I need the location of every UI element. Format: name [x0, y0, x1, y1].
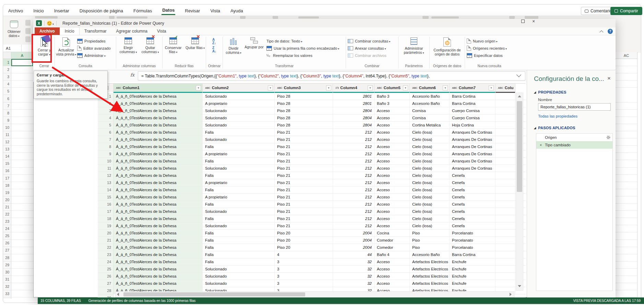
table-cell[interactable]: Artefactos Electricos: [410, 266, 450, 272]
table-cell[interactable]: 212: [333, 215, 374, 222]
applied-step-origen[interactable]: Origen: [536, 134, 612, 141]
table-cell[interactable]: Acceso: [374, 158, 410, 164]
table-cell[interactable]: Acceso: [374, 194, 410, 200]
excel-menu-tab-archivo[interactable]: Archivo: [8, 7, 24, 15]
filter-dropdown-icon[interactable]: ▾: [268, 85, 273, 90]
pq-tab-archivo[interactable]: Archivo: [35, 27, 60, 35]
excel-row-number[interactable]: 30: [3, 269, 11, 276]
table-cell[interactable]: Cenefa: [450, 201, 496, 208]
excel-row-number[interactable]: 20: [3, 196, 11, 204]
close-icon[interactable]: ×: [532, 20, 535, 23]
table-cell[interactable]: Piso 28: [275, 114, 333, 121]
table-cell[interactable]: 3: [275, 266, 333, 272]
table-cell[interactable]: 2004: [333, 237, 374, 244]
table-cell[interactable]: Á_á_ñ_0TestAlerces de la Dehesa: [114, 230, 203, 236]
properties-button[interactable]: Propiedades: [77, 37, 111, 45]
table-cell[interactable]: Á_á_ñ_0TestAlerces de la Dehesa: [114, 143, 203, 150]
excel-menu-tab-revisar[interactable]: Revisar: [184, 7, 201, 15]
table-cell[interactable]: Á_á_ñ_0TestAlerces de la Dehesa: [114, 129, 203, 136]
excel-row-number[interactable]: 26: [3, 240, 11, 247]
table-cell[interactable]: Piso 21: [275, 201, 333, 208]
table-cell[interactable]: Á_á_ñ_0TestAlerces de la Dehesa: [114, 150, 203, 157]
table-cell[interactable]: [496, 258, 515, 265]
excel-row-number[interactable]: 34: [3, 297, 11, 299]
excel-menu-tab-ayuda[interactable]: Ayuda: [230, 7, 244, 15]
table-cell[interactable]: [496, 244, 515, 251]
formula-input[interactable]: = Table.TransformColumnTypes(Origen,{{"C…: [138, 71, 525, 81]
table-cell[interactable]: Á_á_ñ_0TestAlerces de la Dehesa: [114, 194, 203, 200]
manage-button[interactable]: Administrar: [77, 52, 111, 59]
row-number[interactable]: 21: [98, 237, 114, 244]
table-cell[interactable]: Á_á_ñ_0TestAlerces de la Dehesa: [114, 165, 203, 172]
excel-row-number[interactable]: 15: [3, 160, 11, 167]
table-cell[interactable]: Cielo (losa): [410, 186, 450, 193]
table-cell[interactable]: Acceso: [374, 107, 410, 114]
applied-steps-section-header[interactable]: ◢ PASOS APLICADOS: [534, 126, 611, 130]
row-number[interactable]: 20: [98, 230, 114, 236]
pq-tab-inicio[interactable]: Inicio: [60, 27, 80, 35]
table-cell[interactable]: [496, 273, 515, 280]
table-cell[interactable]: 32: [333, 280, 374, 287]
table-cell[interactable]: Acceso: [374, 122, 410, 129]
group-by-button[interactable]: Agrupar por: [244, 37, 264, 49]
table-cell[interactable]: Cenefa: [450, 208, 496, 215]
table-cell[interactable]: Arranques De Cortinas: [450, 129, 496, 136]
column-header-column2[interactable]: ABCColumn2▾: [203, 84, 275, 92]
table-cell[interactable]: Falla: [203, 129, 275, 136]
quick-access-dropdown-icon[interactable]: [52, 20, 54, 26]
table-cell[interactable]: Cielo (losa): [410, 222, 450, 229]
keep-rows-button[interactable]: Conservar filas: [163, 37, 183, 54]
table-cell[interactable]: Arranques De Cortinas: [450, 158, 496, 164]
table-cell[interactable]: [496, 251, 515, 258]
new-source-button[interactable]: Nuevo origen: [467, 37, 507, 45]
table-cell[interactable]: Cielo (losa): [410, 165, 450, 172]
table-cell[interactable]: Piso 21: [275, 143, 333, 150]
column-header-column3[interactable]: ABCColumn3▾: [275, 84, 333, 92]
table-cell[interactable]: Arranques De Cortinas: [450, 143, 496, 150]
table-cell[interactable]: 44: [333, 251, 374, 258]
table-cell[interactable]: Artefactos Electricos: [410, 273, 450, 280]
table-cell[interactable]: Piso 20: [275, 230, 333, 236]
share-button[interactable]: Compartir: [610, 7, 642, 15]
row-number[interactable]: 25: [98, 266, 114, 272]
table-cell[interactable]: Cielo (losa): [410, 208, 450, 215]
table-cell[interactable]: Enchufe: [450, 280, 496, 287]
excel-menu-tab-disposicio-n-de-pa-gina[interactable]: Disposición de página: [79, 7, 124, 15]
merge-queries-button[interactable]: Combinar consultas: [348, 37, 390, 45]
table-cell[interactable]: 212: [333, 222, 374, 229]
applied-step-tipo-cambiado[interactable]: ×Tipo cambiado: [536, 141, 612, 149]
table-cell[interactable]: 32: [333, 258, 374, 265]
excel-grid-column-a[interactable]: [11, 59, 33, 299]
table-cell[interactable]: 212: [333, 129, 374, 136]
excel-row-number[interactable]: 9: [3, 117, 11, 124]
table-cell[interactable]: Acceso: [374, 143, 410, 150]
table-cell[interactable]: Porcelanato: [450, 230, 496, 236]
manage-parameters-button[interactable]: Administrar parámetros: [400, 37, 428, 55]
table-cell[interactable]: Piso 21: [275, 165, 333, 172]
table-cell[interactable]: 212: [333, 194, 374, 200]
filter-dropdown-icon[interactable]: ▾: [443, 85, 448, 90]
excel-row-number[interactable]: 7: [3, 102, 11, 110]
table-cell[interactable]: 2004: [333, 230, 374, 236]
table-cell[interactable]: Falla: [203, 251, 275, 258]
table-cell[interactable]: Cielo (losa): [410, 158, 450, 164]
table-cell[interactable]: Falla: [203, 201, 275, 208]
table-cell[interactable]: [496, 122, 515, 129]
table-cell[interactable]: Á_á_ñ_0TestAlerces de la Dehesa: [114, 244, 203, 251]
row-number[interactable]: 5: [98, 122, 114, 129]
column-type-icon[interactable]: ABC: [498, 86, 503, 89]
filter-dropdown-icon[interactable]: ▾: [196, 85, 201, 90]
excel-row-number[interactable]: 16: [3, 167, 11, 174]
table-cell[interactable]: [496, 215, 515, 222]
help-icon[interactable]: ?: [608, 29, 613, 34]
table-cell[interactable]: [496, 100, 515, 107]
excel-menu-tab-fo-rmulas[interactable]: Fórmulas: [133, 7, 153, 15]
table-cell[interactable]: Acceso: [374, 186, 410, 193]
table-cell[interactable]: [496, 107, 515, 114]
advanced-editor-button[interactable]: Editor avanzado: [77, 45, 111, 52]
table-cell[interactable]: Acceso: [374, 258, 410, 265]
table-cell[interactable]: Cenefa: [450, 179, 496, 186]
select-all-corner[interactable]: [3, 52, 11, 59]
excel-row-number[interactable]: 18: [3, 182, 11, 189]
pq-tab-vista[interactable]: Vista: [152, 27, 171, 35]
